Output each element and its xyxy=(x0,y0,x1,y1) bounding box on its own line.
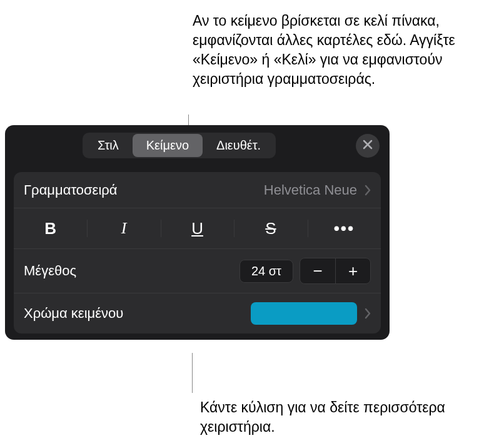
font-value: Helvetica Neue xyxy=(264,182,357,198)
size-label: Μέγεθος xyxy=(24,263,76,279)
size-stepper: − + xyxy=(300,258,371,284)
text-color-label: Χρώμα κειμένου xyxy=(24,305,123,322)
segmented-control: Στιλ Κείμενο Διευθέτ. xyxy=(83,133,276,158)
more-icon: ••• xyxy=(334,219,355,238)
strike-button[interactable]: S xyxy=(234,215,307,242)
callout-scroll: Κάντε κύλιση για να δείτε περισσότερα χε… xyxy=(200,398,463,437)
callout-tabs: Αν το κείμενο βρίσκεται σε κελί πίνακα, … xyxy=(193,11,468,89)
tab-text[interactable]: Κείμενο xyxy=(133,134,203,157)
font-row[interactable]: Γραμματοσειρά Helvetica Neue xyxy=(14,172,381,208)
text-color-swatch[interactable] xyxy=(251,302,357,325)
size-increase-button[interactable]: + xyxy=(335,258,370,283)
callout-leader-bottom xyxy=(192,353,193,393)
more-styles-button[interactable]: ••• xyxy=(308,215,381,242)
close-icon xyxy=(363,140,373,152)
font-label: Γραμματοσειρά xyxy=(24,182,118,198)
italic-icon: I xyxy=(121,219,127,238)
close-button[interactable] xyxy=(356,134,380,158)
format-panel: Στιλ Κείμενο Διευθέτ. Γραμματοσειρά Helv… xyxy=(5,125,390,340)
text-color-row[interactable]: Χρώμα κειμένου xyxy=(14,293,381,333)
text-style-row: B I U S ••• xyxy=(14,208,381,249)
underline-button[interactable]: U xyxy=(161,215,234,242)
strike-icon: S xyxy=(265,219,276,238)
size-field[interactable]: 24 στ xyxy=(239,260,293,283)
bold-button[interactable]: B xyxy=(14,215,87,242)
size-decrease-button[interactable]: − xyxy=(300,258,335,283)
tab-style[interactable]: Στιλ xyxy=(84,134,133,157)
underline-icon: U xyxy=(191,219,203,238)
size-controls: 24 στ − + xyxy=(239,258,371,284)
chevron-right-icon xyxy=(365,185,371,196)
italic-button[interactable]: I xyxy=(87,215,160,242)
text-settings-card: Γραμματοσειρά Helvetica Neue B I U S •••… xyxy=(14,172,381,333)
bold-icon: B xyxy=(44,219,56,238)
size-row: Μέγεθος 24 στ − + xyxy=(14,249,381,293)
chevron-right-icon xyxy=(365,308,371,319)
tab-arrange[interactable]: Διευθέτ. xyxy=(203,134,275,157)
tab-bar: Στιλ Κείμενο Διευθέτ. xyxy=(5,125,390,163)
